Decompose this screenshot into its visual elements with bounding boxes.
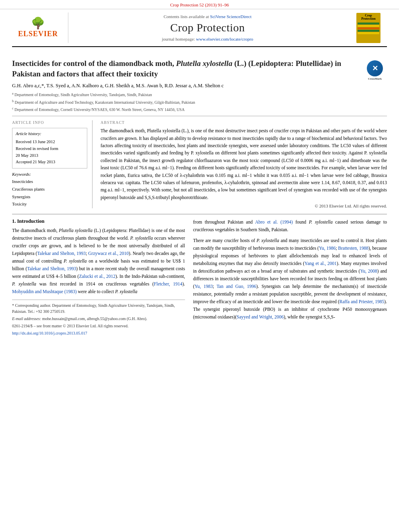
affil-text-a: Department of Entomology, Sindh Agricult… <box>14 93 152 97</box>
introduction-section: 1. Introduction The diamondback moth, Pl… <box>12 214 387 337</box>
intro-para-1: The diamondback moth, Plutella xylostell… <box>12 227 185 296</box>
intro-right-para-2: There are many crucifer hosts of P. xylo… <box>193 237 387 321</box>
affil-c: c Department of Entomology, Cornell Univ… <box>12 106 387 113</box>
journal-title: Crop Protection <box>76 21 339 34</box>
stripe-3 <box>358 27 379 29</box>
ref-abro-1994[interactable]: Abro et al. (1994) <box>255 220 293 224</box>
citation-text: Crop Protection 52 (2013) 91–96 <box>170 2 229 7</box>
abstract-label: abstract <box>101 120 387 125</box>
ref-raffa-priester-1985[interactable]: Raffa and Priester, 1985 <box>339 299 384 304</box>
affil-text-c: Department of Entomology, Cornell Univer… <box>14 107 185 112</box>
article-history-box: Article history: Received 13 June 2012 R… <box>12 128 87 168</box>
article-info-label: article info <box>12 120 87 125</box>
issn-line: 0261-2194/$ – see front matter © 2013 El… <box>12 323 185 329</box>
ref-yang-2001[interactable]: Yang et al., 2001 <box>304 261 337 266</box>
species-italic-3: P. xylostella <box>64 259 86 263</box>
affil-sup-c: c <box>12 107 14 110</box>
elsevier-brand-label: ELSEVIER <box>18 30 58 38</box>
crossmark-icon: ✕ <box>367 60 383 76</box>
homepage-url[interactable]: www.elsevier.com/locate/cropro <box>196 37 253 41</box>
author-list: G.H. Abro a,c,*, T.S. Syed a, A.N. Kalho… <box>12 83 387 89</box>
crop-icon-label: Crop Protection <box>361 14 375 21</box>
ref-talekar-1993b[interactable]: Talekar and Shelton, 1993 <box>27 266 76 271</box>
intro-right-col: from throughout Pakistan and Abro et al.… <box>193 218 387 337</box>
crossmark-symbol: ✕ <box>372 64 378 73</box>
footnote-email: E-mail addresses: mohe.hussain@gmail.com… <box>12 316 185 322</box>
affiliations: a Department of Entomology, Sindh Agricu… <box>12 91 387 113</box>
stripe-1 <box>358 23 379 25</box>
sciverse-prefix: Contents lists available at <box>164 14 209 19</box>
crop-protection-logo: Crop Protection <box>347 12 387 43</box>
species-italic-4: P. xylostella <box>12 281 36 286</box>
revised-date: Received in revised form20 May 2013 <box>16 146 84 159</box>
keywords-section: Keywords: Insecticides Cruciferous plant… <box>12 172 87 208</box>
sciverse-line: Contents lists available at SciVerse Sci… <box>76 14 339 19</box>
email-label: E-mail addresses: <box>12 316 41 321</box>
abstract-body: The diamondback moth, Plutella xylostell… <box>101 127 387 201</box>
article-info-abstract-section: article info Article history: Received 1… <box>12 116 387 208</box>
ref-yu-2008[interactable]: Yu, 2008 <box>360 269 377 273</box>
title-italic: Plutella xylostella <box>176 59 232 68</box>
crossmark-label: CrossMark <box>363 77 387 81</box>
footnote-corresponding: * Corresponding author. Department of En… <box>12 302 185 314</box>
intro-right-para-1: from throughout Pakistan and Abro et al.… <box>193 218 387 234</box>
accepted-date: Accepted 21 May 2013 <box>16 159 84 166</box>
stripe-5 <box>358 32 379 34</box>
affil-a: a Department of Entomology, Sindh Agricu… <box>12 91 387 98</box>
keywords-list: Insecticides Cruciferous plants Synergis… <box>12 178 87 208</box>
title-text-part1: Insecticides for control of the diamondb… <box>12 59 176 68</box>
elsevier-tree-icon: 🌳 <box>31 18 45 29</box>
ref-mohyuddin-1983[interactable]: Mohyuddin and Mushtaque (1983) <box>12 289 77 294</box>
affil-b: b Department of Agriculture and Food Tec… <box>12 99 387 105</box>
intro-left-col: 1. Introduction The diamondback moth, Pl… <box>12 218 185 337</box>
affil-text-b: Department of Agriculture and Food Techn… <box>15 100 195 105</box>
keyword-2: Cruciferous plants <box>12 185 87 193</box>
journal-center-info: Contents lists available at SciVerse Sci… <box>68 12 347 43</box>
journal-homepage: journal homepage: www.elsevier.com/locat… <box>76 37 339 41</box>
species-italic-6: P. xylostella <box>309 220 333 224</box>
ref-sayyed-wright-2006[interactable]: Sayyed and Wright, 2006 <box>237 314 284 319</box>
received-date: Received 13 June 2012 <box>16 139 84 146</box>
ref-yu-1986[interactable]: Yu, 1986 <box>319 246 336 251</box>
journal-citation-bar: Crop Protection 52 (2013) 91–96 <box>0 0 399 9</box>
species-italic-5: P. xylostella <box>115 289 137 294</box>
keyword-4: Toxicity <box>12 200 87 208</box>
abstract-col: abstract The diamondback moth, Plutella … <box>101 120 387 208</box>
ref-talekar-1993[interactable]: Talekar and Shelton, 1993 <box>37 251 86 256</box>
ref-zalucki-2012[interactable]: Zalucki et al., 2012 <box>79 274 115 279</box>
ref-fletcher-1914[interactable]: Fletcher, 1914 <box>154 281 183 286</box>
article-info-col: article info Article history: Received 1… <box>12 120 93 208</box>
doi-line[interactable]: http://dx.doi.org/10.1016/j.cropro.2013.… <box>12 330 185 336</box>
ref-tan-guo-1996[interactable]: Tan and Guo, 1996 <box>216 284 256 289</box>
affil-sup-b: b <box>12 99 14 103</box>
keyword-1: Insecticides <box>12 178 87 185</box>
abstract-text-span: The diamondback moth, Plutella xylostell… <box>101 128 387 200</box>
authors-text: G.H. Abro a,c,*, T.S. Syed a, A.N. Kalho… <box>12 83 224 88</box>
footnotes: * Corresponding author. Department of En… <box>12 300 185 336</box>
elsevier-logo: 🌳 ELSEVIER <box>12 12 68 43</box>
species-italic-2: P. xylostella <box>130 236 153 240</box>
ref-grzywacz-2010[interactable]: Grzywacz et al., 2010 <box>88 251 129 256</box>
copyright-line: © 2013 Elsevier Ltd. All rights reserved… <box>101 203 387 208</box>
content-area: Insecticides for control of the diamondb… <box>12 47 387 341</box>
article-history-title: Article history: <box>16 131 84 138</box>
crop-stripes <box>358 22 379 35</box>
ref-brattesten-1988[interactable]: Brattesten, 1988 <box>338 246 368 251</box>
stripe-2 <box>358 25 379 27</box>
affil-sup-a: a <box>12 92 14 95</box>
ref-yu-1983[interactable]: Yu, 1983 <box>195 284 213 289</box>
keyword-3: Synergists <box>12 193 87 201</box>
species-italic-7: P. xylostella <box>257 238 279 243</box>
stripe-4 <box>358 30 379 32</box>
intro-heading: 1. Introduction <box>12 218 185 224</box>
email-note: (G.H. Abro). <box>127 316 147 321</box>
email-address-1[interactable]: mohe.hussain@gmail.com, albrogh.55@yahoo… <box>42 316 126 321</box>
journal-header: 🌳 ELSEVIER Contents lists available at S… <box>12 9 387 47</box>
article-title: Insecticides for control of the diamondb… <box>12 58 387 79</box>
crop-icon: Crop Protection <box>356 13 380 43</box>
sciverse-link[interactable]: SciVerse ScienceDirect <box>210 14 251 19</box>
keywords-title: Keywords: <box>12 172 87 177</box>
species-italic-1: Plutella xylostella <box>59 228 93 233</box>
crossmark-badge: ✕ CrossMark <box>363 60 387 81</box>
